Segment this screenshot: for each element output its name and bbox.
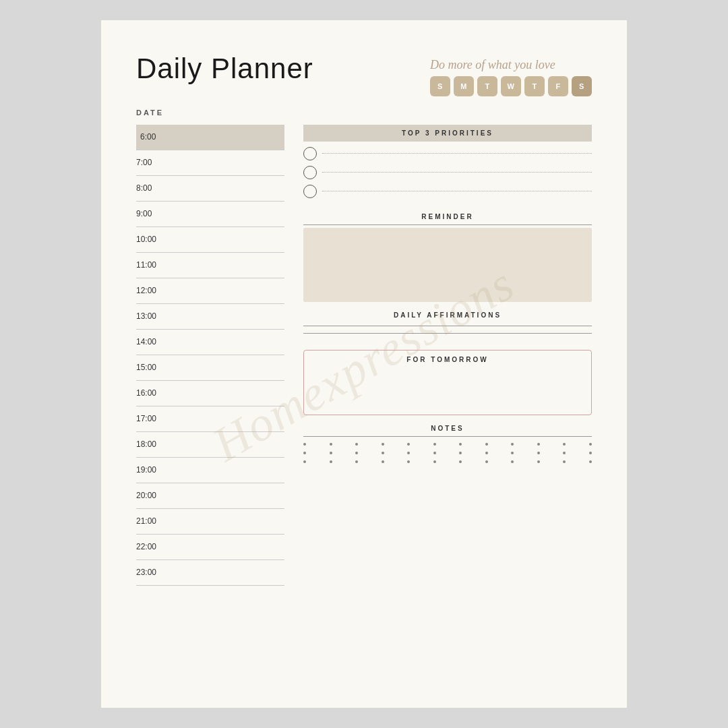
tomorrow-label: FOR TOMORROW: [311, 356, 584, 363]
page-title: Daily Planner: [136, 53, 313, 85]
date-row: DATE: [136, 109, 592, 117]
time-slot-15[interactable]: 15:00: [136, 355, 284, 381]
priorities-header: TOP 3 PRIORITIES: [303, 125, 592, 142]
header-right: Do more of what you love S M T W T F S: [430, 53, 592, 96]
tomorrow-content[interactable]: [311, 369, 584, 402]
day-M[interactable]: M: [454, 76, 474, 96]
affirmation-line-2[interactable]: [303, 333, 592, 334]
tomorrow-section: FOR TOMORROW: [303, 350, 592, 415]
day-S2[interactable]: S: [572, 76, 592, 96]
time-slot-14[interactable]: 14:00: [136, 330, 284, 355]
time-slot-10[interactable]: 10:00: [136, 227, 284, 253]
time-slot-13[interactable]: 13:00: [136, 304, 284, 330]
affirmations-label: DAILY AFFIRMATIONS: [303, 311, 592, 319]
days-row: S M T W T F S: [430, 76, 592, 96]
priority-circle-2[interactable]: [303, 166, 317, 179]
day-T2[interactable]: T: [524, 76, 545, 96]
priority-item-2[interactable]: [303, 166, 592, 179]
priorities-section: TOP 3 PRIORITIES: [303, 125, 592, 204]
time-slot-17[interactable]: 17:00: [136, 406, 284, 432]
date-label: DATE: [136, 109, 164, 117]
priority-item-3[interactable]: [303, 185, 592, 198]
affirmations-section: DAILY AFFIRMATIONS: [303, 311, 592, 340]
header: Daily Planner Do more of what you love S…: [136, 53, 592, 96]
day-S[interactable]: S: [430, 76, 450, 96]
priority-line-2: [322, 172, 592, 173]
right-column: TOP 3 PRIORITIES REMINDER: [303, 125, 592, 708]
priority-circle-1[interactable]: [303, 147, 317, 160]
main-layout: 6:00 7:00 8:00 9:00 10:00 11:00 12:00 13…: [136, 125, 592, 708]
reminder-section: REMINDER: [303, 213, 592, 302]
time-slot-11[interactable]: 11:00: [136, 253, 284, 278]
priority-circle-3[interactable]: [303, 185, 317, 198]
notes-dots-row-1: [303, 443, 592, 446]
time-slot-21[interactable]: 21:00: [136, 509, 284, 535]
day-W[interactable]: W: [501, 76, 521, 96]
reminder-divider: [303, 224, 592, 225]
time-slot-6[interactable]: 6:00: [136, 125, 284, 150]
time-slot-18[interactable]: 18:00: [136, 432, 284, 458]
subtitle: Do more of what you love: [430, 58, 592, 72]
time-column: 6:00 7:00 8:00 9:00 10:00 11:00 12:00 13…: [136, 125, 284, 708]
notes-divider: [303, 436, 592, 437]
notes-dots-row-2: [303, 452, 592, 454]
reminder-label: REMINDER: [303, 213, 592, 220]
planner-page: Homexpressions Daily Planner Do more of …: [101, 20, 627, 708]
time-slot-23[interactable]: 23:00: [136, 560, 284, 586]
day-F[interactable]: F: [548, 76, 568, 96]
priority-item-1[interactable]: [303, 147, 592, 160]
time-slot-9[interactable]: 9:00: [136, 202, 284, 227]
time-slot-8[interactable]: 8:00: [136, 176, 284, 202]
time-slot-7[interactable]: 7:00: [136, 150, 284, 176]
day-T1[interactable]: T: [477, 76, 497, 96]
affirmation-line-1[interactable]: [303, 326, 592, 326]
time-slot-16[interactable]: 16:00: [136, 381, 284, 406]
time-slot-19[interactable]: 19:00: [136, 458, 284, 483]
notes-dots-row-3: [303, 460, 592, 463]
priority-line-3: [322, 191, 592, 191]
notes-section: NOTES: [303, 425, 592, 469]
time-slot-20[interactable]: 20:00: [136, 483, 284, 509]
title-block: Daily Planner: [136, 53, 313, 85]
time-slot-12[interactable]: 12:00: [136, 278, 284, 304]
priority-line-1: [322, 153, 592, 154]
time-slot-22[interactable]: 22:00: [136, 535, 284, 560]
notes-label: NOTES: [303, 425, 592, 432]
reminder-box[interactable]: [303, 228, 592, 302]
